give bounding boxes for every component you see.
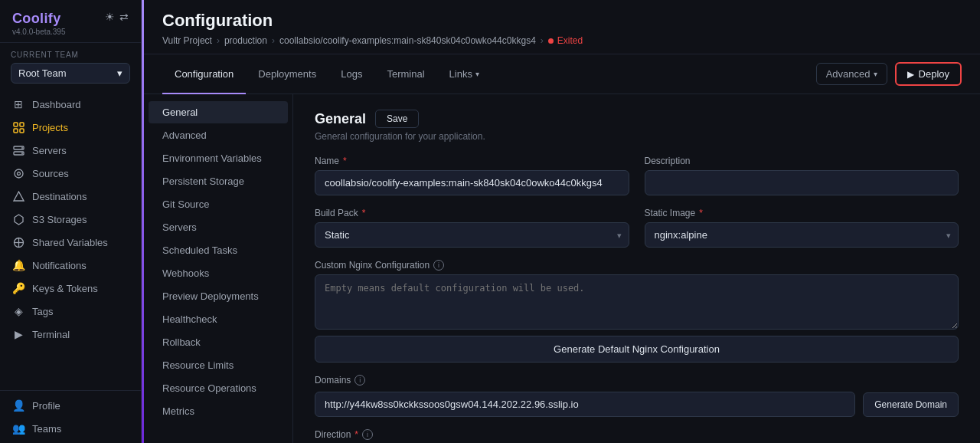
sub-nav-git-source[interactable]: Git Source	[149, 193, 288, 215]
generate-domain-button[interactable]: Generate Domain	[863, 392, 959, 417]
content-area: General Advanced Environment Variables P…	[144, 94, 980, 443]
sidebar-bottom: 👤 Profile 👥 Teams	[0, 390, 141, 443]
sun-icon[interactable]: ☀	[105, 11, 115, 23]
nginx-config-group: Custom Nginx Configuration i	[315, 260, 959, 330]
domains-input[interactable]	[315, 392, 855, 417]
form-section-title: General Save	[315, 110, 959, 128]
sidebar-logo-area: Coolify v4.0.0-beta.395 ☀ ⇄	[0, 0, 141, 43]
required-indicator: *	[699, 208, 703, 218]
topbar-actions: Advanced ▾ ▶ Deploy	[816, 62, 962, 86]
sidebar-item-servers[interactable]: Servers	[0, 139, 141, 162]
svg-rect-1	[20, 123, 24, 126]
static-image-select[interactable]: nginx:alpine	[645, 222, 959, 248]
main-nav: ⊞ Dashboard Projects	[0, 90, 141, 390]
description-input[interactable]	[645, 170, 959, 195]
buildpack-select-wrapper: Static ▾	[315, 222, 629, 248]
tab-configuration[interactable]: Configuration	[162, 55, 246, 94]
team-dropdown[interactable]: Root Team ▾	[11, 63, 130, 84]
info-icon[interactable]: i	[362, 429, 373, 440]
sub-nav-env-vars[interactable]: Environment Variables	[149, 147, 288, 169]
sidebar-item-tags[interactable]: ◈ Tags	[0, 300, 141, 323]
sub-nav-advanced[interactable]: Advanced	[149, 124, 288, 146]
breadcrumb-env[interactable]: production	[224, 35, 267, 46]
tab-logs[interactable]: Logs	[328, 55, 374, 94]
current-team-label: Current Team	[11, 51, 130, 59]
sidebar-item-profile[interactable]: 👤 Profile	[0, 394, 141, 417]
toggle-icon[interactable]: ⇄	[119, 11, 129, 23]
svg-point-7	[21, 153, 23, 154]
name-group: Name *	[315, 156, 629, 195]
buildpack-select[interactable]: Static	[315, 222, 629, 248]
sidebar-item-destinations[interactable]: Destinations	[0, 185, 141, 208]
deploy-label: Deploy	[919, 68, 949, 80]
notifications-icon: 🔔	[12, 259, 24, 271]
required-indicator: *	[343, 156, 347, 166]
destinations-icon	[12, 190, 24, 202]
sidebar-item-label: Terminal	[32, 329, 70, 340]
description-label: Description	[645, 156, 959, 166]
nginx-config-label: Custom Nginx Configuration i	[315, 260, 959, 271]
sidebar-item-label: Shared Variables	[32, 237, 108, 248]
breadcrumb-app[interactable]: coollabsio/coolify-examples:main-sk840sk…	[279, 35, 536, 46]
save-button[interactable]: Save	[375, 110, 419, 128]
sub-nav-webhooks[interactable]: Webhooks	[149, 262, 288, 284]
info-icon[interactable]: i	[354, 375, 365, 386]
sub-nav-healthcheck[interactable]: Healthcheck	[149, 308, 288, 330]
team-selector-area: Current Team Root Team ▾	[0, 43, 141, 90]
advanced-button[interactable]: Advanced ▾	[816, 63, 887, 85]
sub-nav-preview-deployments[interactable]: Preview Deployments	[149, 285, 288, 307]
sidebar-item-notifications[interactable]: 🔔 Notifications	[0, 254, 141, 277]
info-icon[interactable]: i	[433, 260, 444, 271]
deploy-button[interactable]: ▶ Deploy	[895, 62, 962, 86]
sidebar-item-label: Notifications	[32, 260, 87, 271]
sidebar-item-s3storages[interactable]: S3 Storages	[0, 208, 141, 231]
sidebar-item-dashboard[interactable]: ⊞ Dashboard	[0, 93, 141, 116]
sub-nav-general[interactable]: General	[149, 101, 288, 123]
tab-terminal[interactable]: Terminal	[374, 55, 436, 94]
sub-nav-resource-limits[interactable]: Resource Limits	[149, 354, 288, 376]
name-label: Name *	[315, 156, 629, 166]
sidebar-item-teams[interactable]: 👥 Teams	[0, 417, 141, 440]
sidebar-item-label: Destinations	[32, 191, 87, 202]
svg-marker-10	[14, 192, 24, 201]
sidebar-item-keys-tokens[interactable]: 🔑 Keys & Tokens	[0, 277, 141, 300]
sidebar-item-label: Dashboard	[32, 99, 81, 110]
sub-nav-metrics[interactable]: Metrics	[149, 400, 288, 422]
sidebar-item-label: Profile	[32, 400, 60, 412]
status-dot	[548, 38, 554, 44]
breadcrumb-project[interactable]: Vultr Project	[162, 35, 212, 46]
form-section-desc: General configuration for your applicati…	[315, 131, 959, 142]
s3-icon	[12, 213, 24, 225]
name-input[interactable]	[315, 170, 629, 195]
sidebar-item-label: Projects	[32, 122, 68, 133]
sub-nav-servers[interactable]: Servers	[149, 216, 288, 238]
generate-nginx-button[interactable]: Generate Default Nginx Configuration	[315, 336, 959, 363]
advanced-label: Advanced	[826, 68, 871, 80]
chevron-down-icon: ▾	[475, 70, 479, 78]
svg-rect-2	[14, 129, 18, 133]
sidebar-item-shared-variables[interactable]: Shared Variables	[0, 231, 141, 254]
sub-nav-scheduled-tasks[interactable]: Scheduled Tasks	[149, 239, 288, 261]
sub-nav-persistent-storage[interactable]: Persistent Storage	[149, 170, 288, 192]
sidebar-item-terminal[interactable]: ▶ Terminal	[0, 323, 141, 346]
buildpack-group: Build Pack * Static ▾	[315, 208, 629, 248]
static-image-label: Static Image *	[645, 208, 959, 218]
sub-nav-rollback[interactable]: Rollback	[149, 331, 288, 353]
servers-icon	[12, 144, 24, 156]
buildpack-label: Build Pack *	[315, 208, 629, 218]
main-content: Configuration Vultr Project › production…	[144, 0, 980, 443]
general-heading: General	[315, 111, 366, 127]
static-image-select-wrapper: nginx:alpine ▾	[645, 222, 959, 248]
sidebar-item-label: Keys & Tokens	[32, 283, 98, 294]
nginx-config-textarea[interactable]	[315, 274, 959, 330]
tab-links[interactable]: Links ▾	[437, 55, 492, 94]
svg-point-6	[21, 147, 23, 149]
sidebar-item-label: Servers	[32, 145, 67, 156]
sidebar-item-projects[interactable]: Projects	[0, 116, 141, 139]
tab-deployments[interactable]: Deployments	[246, 55, 328, 94]
sidebar-item-label: S3 Storages	[32, 214, 87, 225]
svg-point-8	[15, 169, 23, 178]
breadcrumb: Vultr Project › production › coollabsio/…	[144, 32, 980, 54]
sub-nav-resource-operations[interactable]: Resource Operations	[149, 377, 288, 399]
sidebar-item-sources[interactable]: Sources	[0, 162, 141, 185]
